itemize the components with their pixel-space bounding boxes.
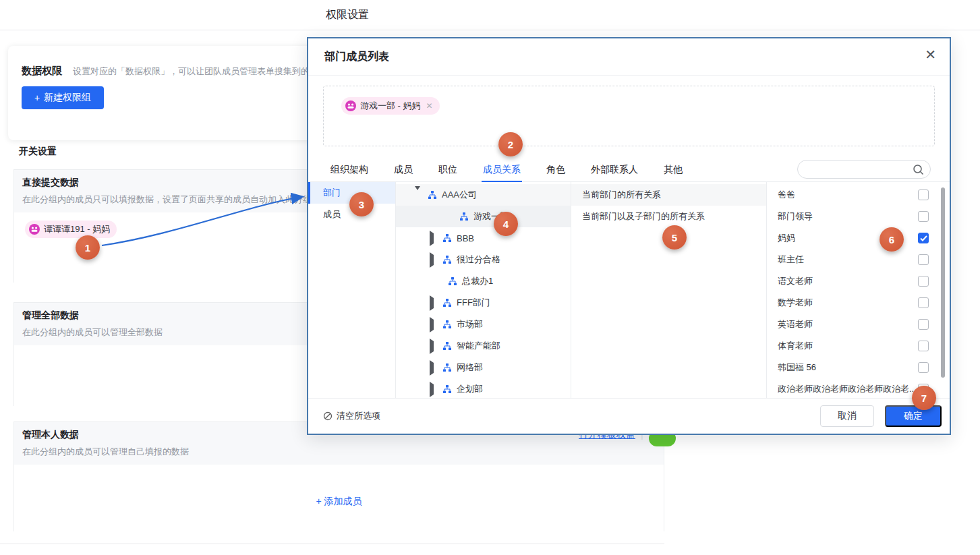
annotation-badge-1: 1 — [76, 235, 100, 260]
new-permission-group-label: 新建权限组 — [44, 92, 91, 104]
tree-node-label: 总裁办1 — [462, 275, 493, 287]
checkbox[interactable] — [918, 211, 929, 222]
caret-right-icon[interactable] — [430, 384, 438, 395]
checkbox[interactable] — [918, 297, 929, 308]
tree-node[interactable]: 智能产能部 — [396, 335, 571, 357]
search-input[interactable] — [806, 162, 907, 177]
checkbox[interactable] — [918, 362, 929, 373]
member-label: 部门领导 — [778, 210, 918, 223]
org-icon — [428, 191, 436, 199]
tree-node-label: 很过分合格 — [457, 254, 500, 266]
tab-org-structure[interactable]: 组织架构 — [330, 158, 368, 182]
caret-right-icon[interactable] — [430, 255, 438, 265]
selected-tag: 游戏一部 - 妈妈 ✕ — [341, 97, 440, 115]
new-permission-group-button[interactable]: + 新建权限组 — [22, 86, 104, 109]
caret-right-icon[interactable] — [430, 363, 438, 373]
member-label: 语文老师 — [778, 275, 918, 287]
clear-selection-icon — [323, 411, 333, 421]
member-row[interactable]: 语文老师 — [767, 270, 942, 292]
tree-node[interactable]: 总裁办1 — [396, 270, 571, 292]
relation-icon — [29, 224, 40, 235]
tab-other[interactable]: 其他 — [664, 158, 683, 182]
dialog-title: 部门成员列表 — [324, 50, 389, 64]
member-label: 数学老师 — [778, 297, 918, 309]
member-label: 体育老师 — [778, 340, 918, 352]
tree-node[interactable]: 市场部 — [396, 314, 571, 335]
checkbox-checked[interactable] — [918, 233, 929, 243]
member-row[interactable]: 数学老师 — [767, 292, 942, 314]
member-row-checked[interactable]: 妈妈 — [767, 227, 942, 249]
department-tree: AAA公司 游戏一部 BBB 很过分合格 总 — [396, 182, 571, 398]
dialog-body: 部门 成员 AAA公司 游戏一部 BBB — [308, 182, 950, 398]
section-description: 在此分组内的成员可以管理自己填报的数据 — [22, 446, 656, 458]
member-label: 韩国福 56 — [778, 361, 918, 374]
clear-selection-button[interactable]: 清空所选项 — [323, 410, 820, 422]
member-row[interactable]: 体育老师 — [767, 335, 942, 357]
annotation-badge-4: 4 — [494, 212, 518, 236]
member-row[interactable]: 韩国福 56 — [767, 357, 942, 378]
org-icon — [443, 363, 451, 372]
tab-roles[interactable]: 角色 — [546, 158, 565, 182]
member-tag-label: 谭谭谭191 - 妈妈 — [44, 223, 110, 235]
plus-icon: + — [316, 496, 321, 506]
scrollbar-thumb[interactable] — [941, 187, 945, 378]
caret-right-icon[interactable] — [430, 298, 438, 308]
checkbox[interactable] — [918, 276, 929, 287]
member-row[interactable]: 爸爸 — [767, 184, 942, 206]
tree-node-label: 企划部 — [457, 383, 483, 395]
tab-position[interactable]: 职位 — [438, 158, 457, 182]
caret-right-icon[interactable] — [430, 320, 438, 330]
caret-right-icon[interactable] — [430, 341, 438, 351]
member-list: 爸爸 部门领导 妈妈 班主任 语文老师 — [767, 182, 942, 398]
tree-node[interactable]: FFF部门 — [396, 292, 571, 314]
cancel-button[interactable]: 取消 — [820, 405, 874, 427]
tree-node[interactable]: 企划部 — [396, 378, 571, 398]
tree-node-label: 网络部 — [457, 361, 483, 374]
annotation-badge-7: 7 — [912, 386, 936, 410]
relation-option-current-and-sub[interactable]: 当前部门以及子部门的所有关系 — [571, 206, 766, 227]
org-icon — [449, 277, 457, 285]
tag-remove-icon[interactable]: ✕ — [426, 101, 433, 111]
checkbox[interactable] — [918, 319, 929, 330]
confirm-button[interactable]: 确定 — [885, 405, 942, 427]
annotation-badge-6: 6 — [880, 227, 904, 252]
relation-option-current[interactable]: 当前部门的所有关系 — [571, 184, 766, 206]
bottom-divider — [0, 544, 664, 544]
close-icon[interactable]: ✕ — [925, 48, 936, 61]
checkbox[interactable] — [918, 341, 929, 351]
search-box — [797, 160, 931, 179]
tree-node[interactable]: 网络部 — [396, 357, 571, 378]
category-sidebar: 部门 成员 — [308, 182, 396, 398]
annotation-badge-2: 2 — [498, 132, 523, 156]
tree-node[interactable]: AAA公司 — [396, 184, 571, 206]
add-member-link[interactable]: + 添加成员 — [14, 496, 664, 508]
relation-icon — [345, 100, 356, 111]
member-tag: 谭谭谭191 - 妈妈 — [25, 221, 117, 238]
tree-node-selected[interactable]: 游戏一部 — [396, 206, 571, 227]
card-title: 数据权限 — [22, 65, 62, 78]
add-member-label: 添加成员 — [324, 496, 362, 506]
member-row[interactable]: 班主任 — [767, 249, 942, 270]
tree-node[interactable]: 很过分合格 — [396, 249, 571, 270]
tab-members[interactable]: 成员 — [394, 158, 413, 182]
plus-icon: + — [34, 92, 40, 103]
checkbox[interactable] — [918, 189, 929, 200]
relation-list: 当前部门的所有关系 当前部门以及子部门的所有关系 — [571, 182, 767, 398]
tab-external-contacts[interactable]: 外部联系人 — [591, 158, 638, 182]
caret-right-icon[interactable] — [430, 233, 438, 243]
org-icon — [443, 256, 451, 264]
org-icon — [443, 234, 451, 242]
tree-node-label: BBB — [457, 233, 474, 243]
caret-down-icon[interactable] — [415, 190, 423, 200]
top-bar: 权限设置 — [0, 0, 980, 30]
member-label: 政治老师政治老师政治老师政治老... — [778, 383, 918, 395]
checkbox[interactable] — [918, 254, 929, 265]
selected-tag-label: 游戏一部 - 妈妈 — [360, 100, 421, 112]
member-label: 班主任 — [778, 254, 918, 266]
member-row[interactable]: 部门领导 — [767, 206, 942, 227]
member-row[interactable]: 英语老师 — [767, 314, 942, 335]
annotation-badge-5: 5 — [662, 225, 687, 250]
tree-node[interactable]: BBB — [396, 227, 571, 249]
tab-member-relations[interactable]: 成员关系 — [483, 158, 521, 182]
tree-node-label: 市场部 — [457, 318, 483, 330]
